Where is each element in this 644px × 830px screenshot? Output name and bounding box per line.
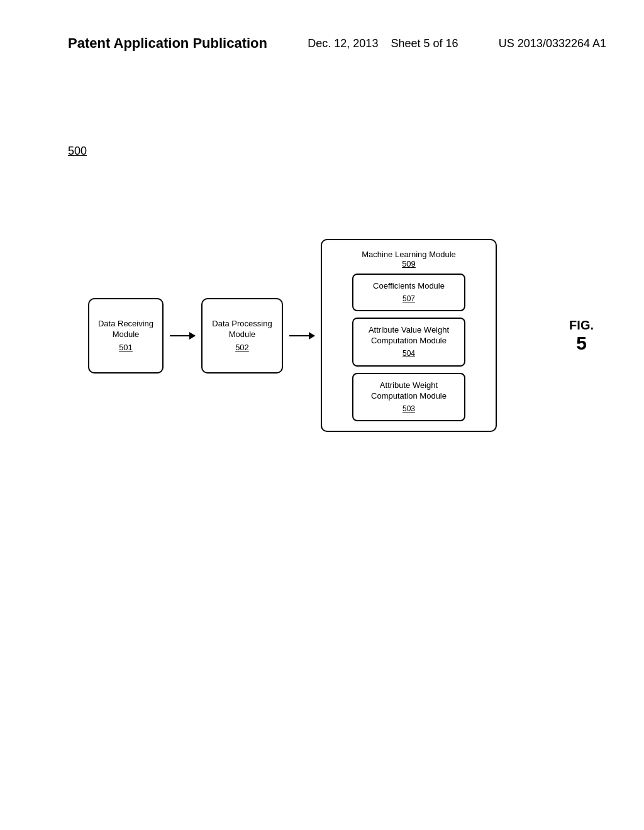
patent-title: Patent Application Publication xyxy=(68,35,267,53)
header-center: Dec. 12, 2013 Sheet 5 of 16 xyxy=(308,35,458,50)
attribute-value-weight-module-box: Attribute Value Weight Computation Modul… xyxy=(352,318,465,366)
figure-500-label: 500 xyxy=(68,145,87,158)
arrow-1-line xyxy=(170,335,195,336)
coefficients-module-label: Coefficients Module xyxy=(360,281,458,292)
machine-learning-module-label: Machine Learning Module 509 xyxy=(362,250,456,268)
figure-5-label: FIG. 5 xyxy=(569,318,594,353)
machine-learning-module-number: 509 xyxy=(402,259,416,268)
coefficients-module-number: 507 xyxy=(360,294,458,304)
ml-inner-boxes: Coefficients Module 507 Attribute Value … xyxy=(331,274,486,421)
data-processing-module-label: Data Processing Module xyxy=(209,319,275,340)
arrow-2-line xyxy=(289,335,314,336)
data-receiving-module-label: Data Receiving Module xyxy=(96,319,156,340)
data-processing-module-box: Data Processing Module 502 xyxy=(201,298,283,374)
arrow-1 xyxy=(170,335,195,336)
figure-label-text: FIG. xyxy=(569,318,594,332)
attribute-value-weight-module-label: Attribute Value Weight Computation Modul… xyxy=(360,325,458,346)
arrow-2 xyxy=(289,335,314,336)
data-processing-module-number: 502 xyxy=(235,343,249,352)
attribute-weight-module-number: 503 xyxy=(360,404,458,414)
patent-number: US 2013/0332264 A1 xyxy=(499,35,606,50)
coefficients-module-box: Coefficients Module 507 xyxy=(352,274,465,311)
publication-date: Dec. 12, 2013 xyxy=(308,37,378,50)
figure-number: 5 xyxy=(576,332,587,353)
attribute-weight-module-box: Attribute Weight Computation Module 503 xyxy=(352,373,465,421)
attribute-weight-module-label: Attribute Weight Computation Module xyxy=(360,380,458,402)
header: Patent Application Publication Dec. 12, … xyxy=(0,0,644,65)
sheet-info: Sheet 5 of 16 xyxy=(391,37,458,50)
machine-learning-module-box: Machine Learning Module 509 Coefficients… xyxy=(321,239,497,432)
attribute-value-weight-module-number: 504 xyxy=(360,349,458,359)
data-receiving-module-box: Data Receiving Module 501 xyxy=(88,298,164,374)
data-receiving-module-number: 501 xyxy=(119,343,133,352)
diagram-wrapper: Data Receiving Module 501 Data Processin… xyxy=(38,239,606,432)
page: Patent Application Publication Dec. 12, … xyxy=(0,0,644,830)
